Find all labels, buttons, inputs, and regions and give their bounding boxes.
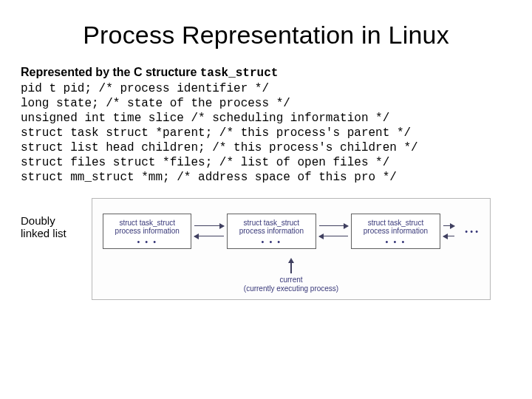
current-label: current [103,276,480,284]
diagram-wrap: struct task_struct process information •… [71,198,511,300]
vertical-ellipsis-icon: • • • [106,237,188,246]
node-line2: process information [106,227,188,236]
arrow-right-icon [319,225,349,226]
vertical-ellipsis-icon: • • • [355,237,436,246]
list-node: struct task_struct process information •… [227,214,316,250]
node-line1: struct task_struct [106,219,188,228]
arrow-up-stem [290,263,292,273]
code-block: pid t pid; /* process identifier */ long… [21,81,511,185]
vertical-ellipsis-icon: • • • [231,237,312,246]
arrow-left-icon [319,236,349,236]
arrow-right-icon [443,225,454,226]
link-arrows-ellipsis: • • • [440,209,480,253]
slide: Process Representation in Linux Represen… [0,0,532,399]
node-line2: process information [231,227,312,236]
horizontal-ellipsis-icon: • • • [465,227,478,236]
node-row: struct task_struct process information •… [103,209,480,253]
list-node: struct task_struct process information •… [351,214,440,250]
slide-title: Process Representation in Linux [21,21,511,50]
linked-list-diagram: struct task_struct process information •… [92,198,491,300]
intro-line: Represented by the C structure task_stru… [21,66,511,80]
link-arrows [191,209,227,253]
side-label-line1: Doubly [21,214,55,227]
intro-struct-name: task_struct [200,66,279,80]
link-arrows [316,209,352,253]
arrow-left-icon [194,236,224,236]
node-line1: struct task_struct [355,219,436,228]
list-node: struct task_struct process information •… [103,214,191,250]
node-line2: process information [355,227,436,236]
current-sub: (currently executing process) [103,284,480,293]
current-pointer: current (currently executing process) [103,258,480,293]
side-label-line2: linked list [21,227,66,239]
node-line1: struct task_struct [231,219,312,228]
intro-prefix: Represented by the C structure [21,66,200,78]
arrow-right-icon [194,225,224,226]
side-label: Doubly linked list [21,198,71,240]
lower-region: Doubly linked list struct task_struct pr… [21,198,511,300]
arrow-up-icon [288,258,294,263]
arrow-left-icon [443,236,454,236]
